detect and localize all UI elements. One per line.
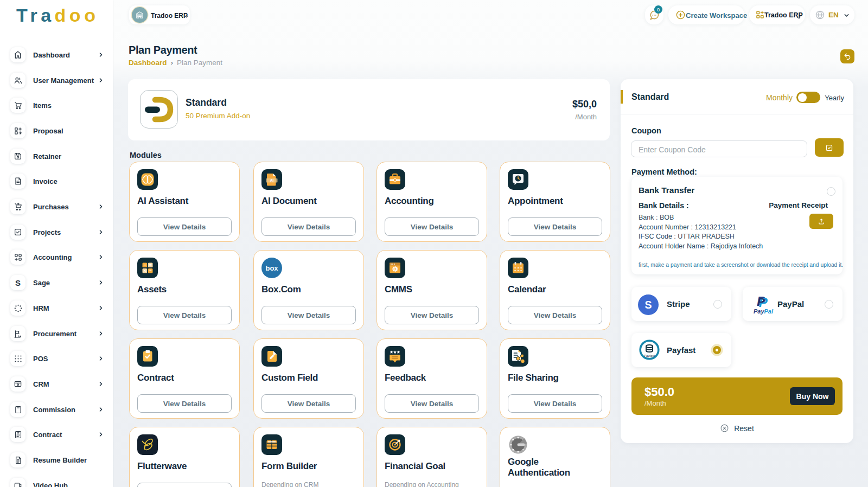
svg-text:box: box [265,264,278,272]
svg-text:Ai: Ai [270,178,274,182]
svg-text:PayPal: PayPal [754,308,774,315]
svg-text:Payfast: Payfast [644,354,655,357]
svg-text:S: S [644,299,652,311]
svg-text:P: P [758,296,765,307]
